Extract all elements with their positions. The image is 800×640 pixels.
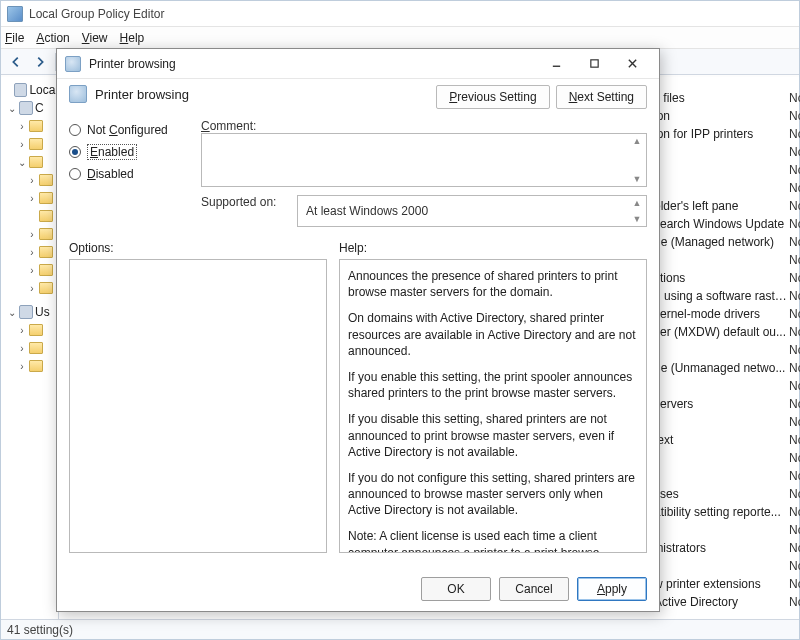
list-row[interactable]: ge (Managed network)Not [654, 233, 800, 251]
scroll-arrows[interactable]: ▲▼ [630, 198, 644, 224]
setting-name: inistrators [654, 541, 789, 555]
folder-icon [29, 324, 43, 336]
folder-icon [39, 192, 53, 204]
list-row[interactable]: ctionsNot [654, 269, 800, 287]
menu-view[interactable]: View [82, 31, 108, 45]
list-row[interactable]: Not [654, 161, 800, 179]
forward-button[interactable] [29, 51, 51, 73]
list-row[interactable]: rNot [654, 251, 800, 269]
policy-dialog: Printer browsing Printer browsing Previo… [56, 48, 660, 612]
previous-setting-button[interactable]: Previous Setting [436, 85, 549, 109]
help-box[interactable]: Announces the presence of shared printer… [339, 259, 647, 553]
list-row[interactable]: search Windows UpdateNot [654, 215, 800, 233]
setting-state: Not [789, 325, 800, 339]
maximize-button[interactable] [575, 51, 613, 77]
setting-name: search Windows Update [654, 217, 789, 231]
folder-icon [39, 174, 53, 186]
list-row[interactable]: Not [654, 413, 800, 431]
list-row[interactable]: ssesNot [654, 485, 800, 503]
tree-user[interactable]: Us [35, 305, 50, 319]
setting-name: c files [654, 91, 789, 105]
titlebar: Local Group Policy Editor [1, 1, 799, 27]
tree-root[interactable]: Local [29, 83, 56, 97]
list-row[interactable]: Not [654, 341, 800, 359]
setting-name: iter (MXDW) default ou... [654, 325, 789, 339]
next-setting-button[interactable]: Next Setting [556, 85, 647, 109]
close-button[interactable] [613, 51, 651, 77]
setting-state: Not [789, 217, 800, 231]
setting-state: Not [789, 541, 800, 555]
list-row[interactable]: ge (Unmanaged netwo...Not [654, 359, 800, 377]
setting-state: Not [789, 127, 800, 141]
list-row[interactable]: inistratorsNot [654, 539, 800, 557]
radio-disabled[interactable]: Disabled [69, 163, 185, 185]
list-row[interactable]: Not [654, 521, 800, 539]
list-row[interactable]: Active DirectoryNot [654, 593, 800, 611]
dialog-footer: OK Cancel Apply [421, 577, 647, 601]
help-text: If you disable this setting, shared prin… [348, 411, 638, 460]
menu-action[interactable]: Action [36, 31, 69, 45]
radio-enabled[interactable]: Enabled [69, 141, 185, 163]
setting-state: Not [789, 595, 800, 609]
help-text: If you enable this setting, the print sp… [348, 369, 638, 401]
list-row[interactable]: ion for IPP printersNot [654, 125, 800, 143]
policy-icon [19, 101, 33, 115]
menu-file[interactable]: File [5, 31, 24, 45]
options-box[interactable] [69, 259, 327, 553]
list-row[interactable]: atibility setting reporte...Not [654, 503, 800, 521]
list-row[interactable]: d using a software raste...Not [654, 287, 800, 305]
list-row[interactable]: kernel-mode driversNot [654, 305, 800, 323]
list-row[interactable]: Not [654, 143, 800, 161]
list-row[interactable]: Not [654, 179, 800, 197]
setting-state: Not [789, 235, 800, 249]
scroll-arrows[interactable]: ▲▼ [630, 136, 644, 184]
policy-icon [19, 305, 33, 319]
menu-help[interactable]: Help [120, 31, 145, 45]
cancel-button[interactable]: Cancel [499, 577, 569, 601]
setting-state: Not [789, 253, 800, 267]
setting-state: Not [789, 559, 800, 573]
back-button[interactable] [5, 51, 27, 73]
setting-state: Not [789, 415, 800, 429]
apply-button[interactable]: Apply [577, 577, 647, 601]
help-text: Note: A client license is used each time… [348, 528, 638, 553]
app-icon [7, 6, 23, 22]
setting-name: ion for IPP printers [654, 127, 789, 141]
list-row[interactable]: Not [654, 377, 800, 395]
tree-pane[interactable]: Local ⌄C › › ⌄ › › › › › › ⌄Us › › › [1, 77, 59, 619]
radio-not-configured[interactable]: Not Configured [69, 119, 185, 141]
list-row[interactable]: iter (MXDW) default ou...Not [654, 323, 800, 341]
list-row[interactable]: Not [654, 467, 800, 485]
supported-on-box: At least Windows 2000 ▲▼ [297, 195, 647, 227]
help-text: Announces the presence of shared printer… [348, 268, 638, 300]
status-text: 41 setting(s) [7, 623, 73, 637]
tree-computer[interactable]: C [35, 101, 44, 115]
list-row[interactable]: older's left paneNot [654, 197, 800, 215]
setting-state: Not [789, 343, 800, 357]
list-row[interactable]: serversNot [654, 395, 800, 413]
setting-state: Not [789, 505, 800, 519]
list-row[interactable]: Not [654, 449, 800, 467]
folder-icon [39, 210, 53, 222]
setting-name: ctions [654, 271, 789, 285]
list-row[interactable]: w printer extensionsNot [654, 575, 800, 593]
setting-state: Not [789, 271, 800, 285]
dialog-titlebar[interactable]: Printer browsing [57, 49, 659, 79]
folder-icon [39, 228, 53, 240]
setting-name: kernel-mode drivers [654, 307, 789, 321]
folder-icon [29, 360, 43, 372]
minimize-button[interactable] [537, 51, 575, 77]
list-row[interactable]: ionNot [654, 107, 800, 125]
comment-label: Comment: [201, 119, 647, 133]
setting-name: w printer extensions [654, 577, 789, 591]
setting-name: Active Directory [654, 595, 789, 609]
ok-button[interactable]: OK [421, 577, 491, 601]
list-row[interactable]: textNot [654, 431, 800, 449]
dialog-body: Not Configured Enabled Disabled Comment:… [57, 119, 659, 553]
list-row[interactable]: Not [654, 557, 800, 575]
setting-state: Not [789, 577, 800, 591]
list-row[interactable]: c filesNot [654, 89, 800, 107]
setting-state: Not [789, 397, 800, 411]
comment-textbox[interactable]: ▲▼ [201, 133, 647, 187]
setting-name: r [654, 253, 789, 267]
